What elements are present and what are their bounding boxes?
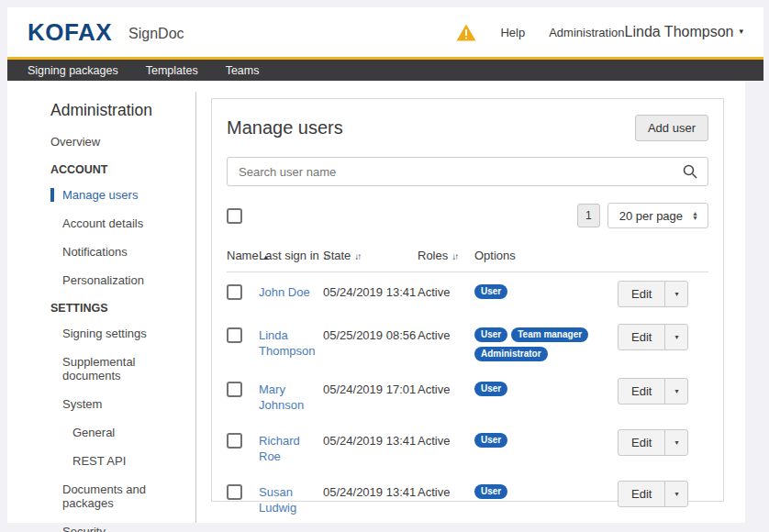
table-body: John Doe 05/24/2019 13:41 Active User Ed… <box>227 272 708 524</box>
header-link-help[interactable]: Help <box>500 26 525 39</box>
nav-tab-templates[interactable]: Templates <box>146 64 198 77</box>
row-checkbox[interactable] <box>227 284 242 300</box>
user-name-link[interactable]: Linda Thompson <box>259 327 323 359</box>
column-header-last-sign-in[interactable]: Last sign in↓↑ <box>259 249 323 262</box>
sidebar-item-account-details[interactable]: Account details <box>62 216 195 230</box>
roles-cell: User <box>474 284 618 299</box>
sidebar-item-supplemental-documents[interactable]: Supplemental documents <box>62 355 195 382</box>
per-page-value: 20 per page <box>619 209 683 223</box>
user-menu-label: Linda Thompson <box>625 24 734 40</box>
chevron-down-icon: ▾ <box>674 490 678 498</box>
sidebar-item-account: ACCOUNT <box>50 163 195 176</box>
content-area: Administration OverviewACCOUNTManage use… <box>7 81 763 523</box>
user-name-link[interactable]: Richard Roe <box>259 433 323 464</box>
sidebar-item-overview[interactable]: Overview <box>50 135 195 149</box>
roles-cell: User <box>474 382 618 396</box>
column-header-state[interactable]: State↓↑ <box>323 249 418 262</box>
edit-button[interactable]: Edit <box>618 481 665 507</box>
users-table: Name▲Last sign in↓↑State↓↑Roles↓↑Options… <box>227 249 708 524</box>
row-checkbox[interactable] <box>227 382 242 397</box>
state-cell: Active <box>418 382 474 397</box>
user-name-link[interactable]: John Doe <box>259 284 323 300</box>
table-row: John Doe 05/24/2019 13:41 Active User Ed… <box>227 272 708 316</box>
main-nav: Signing packagesTemplatesTeams <box>7 60 763 81</box>
select-all-checkbox[interactable] <box>227 208 242 224</box>
edit-split-button: Edit ▾ <box>618 324 688 350</box>
chevron-down-icon: ▾ <box>674 333 678 341</box>
last-sign-in-cell: 05/24/2019 13:41 <box>323 484 418 500</box>
content-right-gutter <box>745 81 763 523</box>
header-link-administration[interactable]: Administration <box>549 26 624 39</box>
edit-button[interactable]: Edit <box>618 378 665 405</box>
kofax-logo: KOFAX <box>28 18 112 47</box>
chevron-down-icon: ▾ <box>674 438 678 447</box>
user-menu[interactable]: Linda Thompson ▾ <box>625 24 743 40</box>
chevron-down-icon: ▾ <box>674 387 678 395</box>
roles-cell: UserTeam managerAdministrator <box>474 327 618 361</box>
edit-dropdown-button[interactable]: ▾ <box>664 378 688 405</box>
sidebar-item-rest-api[interactable]: REST API <box>72 454 195 468</box>
role-badge: User <box>474 327 507 342</box>
chevron-down-icon: ▾ <box>674 290 678 298</box>
top-header: KOFAX SignDoc HelpAdministration Linda T… <box>7 7 763 57</box>
sort-icon: ↓↑ <box>451 251 457 261</box>
row-checkbox[interactable] <box>227 327 242 343</box>
sidebar-item-general[interactable]: General <box>72 426 195 439</box>
table-row: Linda Thompson 05/25/2019 08:56 Active U… <box>227 316 708 370</box>
sidebar-item-personalization[interactable]: Personalization <box>62 273 195 287</box>
header-links: HelpAdministration <box>456 24 624 41</box>
edit-split-button: Edit ▾ <box>618 281 688 307</box>
warning-triangle-icon[interactable] <box>456 24 476 41</box>
row-checkbox[interactable] <box>227 484 242 500</box>
edit-split-button: Edit ▾ <box>618 378 688 405</box>
page-number-button[interactable]: 1 <box>577 204 600 227</box>
sidebar-item-notifications[interactable]: Notifications <box>62 245 195 259</box>
pagination: 1 20 per page ▲ ▼ <box>577 203 708 228</box>
row-checkbox[interactable] <box>227 433 242 449</box>
chevron-down-icon: ▾ <box>739 27 743 36</box>
table-row: Richard Roe 05/24/2019 13:41 Active User… <box>227 421 708 472</box>
role-badge: User <box>474 284 507 299</box>
edit-dropdown-button[interactable]: ▾ <box>664 481 688 507</box>
sidebar-item-documents-and-packages[interactable]: Documents and packages <box>62 482 195 510</box>
app-window: KOFAX SignDoc HelpAdministration Linda T… <box>7 7 763 523</box>
role-badge: User <box>474 382 507 396</box>
sidebar-item-manage-users[interactable]: Manage users <box>50 188 195 202</box>
edit-button[interactable]: Edit <box>618 324 665 350</box>
sidebar-item-security[interactable]: Security <box>62 525 195 532</box>
table-row: Mary Johnson 05/24/2019 17:01 Active Use… <box>227 370 708 421</box>
edit-button[interactable]: Edit <box>618 281 665 307</box>
last-sign-in-cell: 05/24/2019 13:41 <box>323 284 418 300</box>
sidebar-item-system[interactable]: System <box>62 397 195 411</box>
sidebar-item-signing-settings[interactable]: Signing settings <box>62 327 195 340</box>
last-sign-in-cell: 05/25/2019 08:56 <box>323 327 418 343</box>
nav-tab-teams[interactable]: Teams <box>226 64 260 77</box>
add-user-button[interactable]: Add user <box>635 115 708 141</box>
sidebar: Administration OverviewACCOUNTManage use… <box>7 81 195 523</box>
state-cell: Active <box>418 484 474 500</box>
last-sign-in-cell: 05/24/2019 13:41 <box>323 433 418 449</box>
roles-cell: User <box>474 484 618 499</box>
role-badge: User <box>474 433 507 448</box>
roles-cell: User <box>474 433 618 448</box>
search-icon[interactable] <box>683 164 697 179</box>
sidebar-title: Administration <box>50 101 195 120</box>
per-page-select[interactable]: 20 per page ▲ ▼ <box>607 203 708 228</box>
user-name-link[interactable]: Mary Johnson <box>259 382 323 413</box>
edit-dropdown-button[interactable]: ▾ <box>664 324 688 350</box>
edit-split-button: Edit ▾ <box>618 481 688 507</box>
edit-dropdown-button[interactable]: ▾ <box>664 429 688 456</box>
column-header-roles[interactable]: Roles↓↑ <box>418 249 474 262</box>
edit-dropdown-button[interactable]: ▾ <box>664 281 688 307</box>
sidebar-nav: OverviewACCOUNTManage usersAccount detai… <box>50 135 195 532</box>
search-input[interactable] <box>227 157 708 186</box>
sort-icon: ↓↑ <box>354 251 360 261</box>
column-header-name[interactable]: Name▲ <box>227 249 259 262</box>
state-cell: Active <box>418 433 474 449</box>
nav-tab-signing-packages[interactable]: Signing packages <box>28 64 118 77</box>
user-name-link[interactable]: Susan Ludwig <box>259 484 323 515</box>
main-panel: Manage users Add user 1 20 per p <box>196 81 745 523</box>
column-header-options[interactable]: Options <box>474 249 618 262</box>
edit-button[interactable]: Edit <box>618 429 665 456</box>
product-name: SignDoc <box>128 26 184 42</box>
